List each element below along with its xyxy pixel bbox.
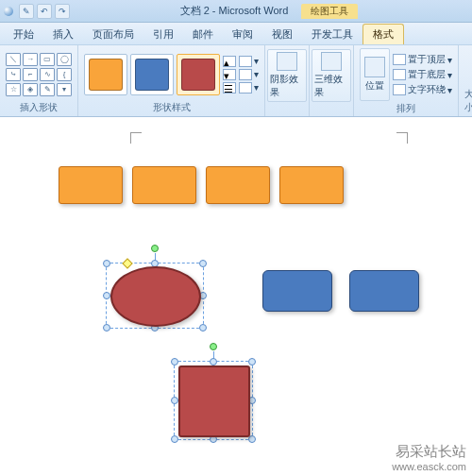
margin-corner-tl [130,132,142,144]
tab-developer[interactable]: 开发工具 [302,25,362,44]
resize-handle[interactable] [103,260,110,267]
group-label-arrange: 排列 [360,101,452,116]
resize-handle[interactable] [171,358,178,366]
connector-icon[interactable]: ⤷ [6,68,21,81]
tab-view[interactable]: 视图 [262,25,302,44]
resize-handle[interactable] [103,292,110,299]
style-preset-2[interactable] [130,54,174,95]
change-shape-icon [239,82,252,94]
group-arrange: 位置 置于顶层 ▾ 置于底层 ▾ 文字环绕 ▾ 排列 [354,45,459,116]
rotate-handle-icon[interactable] [151,245,159,252]
group-label-insert-shape: 插入形状 [6,100,72,115]
watermark: 易采站长站www.easck.com [392,443,466,472]
undo-icon[interactable]: ↶ [37,4,52,19]
back-icon [393,69,406,80]
shadow-effects-button[interactable]: 阴影效果 [267,49,307,102]
tab-format[interactable]: 格式 [362,24,404,44]
ribbon: ＼ → ▭ ◯ ⤷ ⌐ ∿ { ☆ ◈ ✎ ▾ 插入形状 ▴ ▾ [0,45,472,117]
shape-ellipse-red[interactable] [110,266,201,327]
tab-page-layout[interactable]: 页面布局 [83,25,143,44]
3d-effects-button[interactable]: 三维效果 [312,49,351,102]
save-icon[interactable]: ✎ [19,4,34,19]
resize-handle[interactable] [171,435,178,443]
fill-icon [239,56,252,67]
resize-handle[interactable] [210,358,217,366]
group-shape-styles: ▴ ▾ ☰ ▾ ▾ ▾ 形状样式 [78,45,265,116]
selection-ellipse[interactable] [106,263,204,329]
resize-handle[interactable] [248,435,256,443]
title-bar: ✎ ↶ ↷ 文档 2 - Microsoft Word 绘图工具 [0,0,472,23]
send-to-back-button[interactable]: 置于底层 ▾ [393,68,452,81]
shape-gallery[interactable]: ＼ → ▭ ◯ ⤷ ⌐ ∿ { ☆ ◈ ✎ ▾ [6,53,72,96]
rotate-handle-icon[interactable] [210,343,217,350]
resize-handle[interactable] [171,397,178,404]
tab-references[interactable]: 引用 [143,25,183,44]
group-label-size: 大小 [464,87,472,115]
rect-icon[interactable]: ▭ [40,53,55,66]
redo-icon[interactable]: ↷ [55,4,70,19]
callout-icon[interactable]: ◈ [23,83,38,96]
group-3d: 三维效果 [310,45,354,116]
change-shape-button[interactable]: ▾ [239,82,259,94]
bring-to-front-button[interactable]: 置于顶层 ▾ [393,53,452,66]
resize-handle[interactable] [248,358,256,366]
shape-rect-orange-3[interactable] [206,166,270,204]
window-title: 文档 2 - Microsoft Word 绘图工具 [70,4,468,19]
star-icon[interactable]: ☆ [6,83,21,96]
line-icon[interactable]: ＼ [6,53,21,66]
more-styles-icon[interactable]: ☰ [223,82,236,94]
position-icon [364,57,385,77]
group-label-shape-styles: 形状样式 [84,100,259,115]
tab-review[interactable]: 审阅 [223,25,262,44]
style-scroll[interactable]: ▴ ▾ ☰ [223,56,236,94]
group-label-shadow [267,103,307,115]
context-tab-header: 绘图工具 [301,4,358,19]
tab-insert[interactable]: 插入 [43,25,83,44]
3d-icon [321,52,342,71]
arrow-icon[interactable]: → [23,53,38,66]
scroll-down-icon[interactable]: ▾ [223,69,236,80]
office-orb-icon[interactable] [4,7,13,16]
style-preset-3-selected[interactable] [177,54,220,95]
outline-icon [239,69,252,80]
margin-corner-tr [396,132,408,144]
curve-icon[interactable]: ∿ [40,68,55,81]
group-insert-shape: ＼ → ▭ ◯ ⤷ ⌐ ∿ { ☆ ◈ ✎ ▾ 插入形状 [0,45,78,116]
shape-fill-button[interactable]: ▾ [239,56,259,67]
position-button[interactable]: 位置 [360,48,390,101]
quick-access-toolbar: ✎ ↶ ↷ [19,4,70,19]
group-label-3d [312,103,351,115]
brace-icon[interactable]: { [57,68,72,81]
freeform-icon[interactable]: ✎ [40,83,55,96]
wrap-icon [393,84,406,95]
group-shadow: 阴影效果 [265,45,310,116]
selection-square[interactable] [174,361,253,440]
scroll-up-icon[interactable]: ▴ [223,56,236,67]
shape-square-red[interactable] [178,366,250,437]
adjust-handle[interactable] [122,258,132,268]
style-preset-1[interactable] [84,54,127,95]
oval-icon[interactable]: ◯ [57,53,72,66]
resize-handle[interactable] [199,260,207,267]
ribbon-tabs: 开始 插入 页面布局 引用 邮件 审阅 视图 开发工具 格式 [0,23,472,45]
resize-handle[interactable] [103,324,110,332]
shape-roundrect-blue-2[interactable] [349,270,419,312]
more-shapes-icon[interactable]: ▾ [57,83,72,96]
elbow-icon[interactable]: ⌐ [23,68,38,81]
shape-roundrect-blue-1[interactable] [262,270,332,312]
resize-handle[interactable] [199,324,207,332]
document-canvas[interactable]: 易采站长站www.easck.com [0,117,472,476]
front-icon [393,54,406,65]
text-wrap-button[interactable]: 文字环绕 ▾ [393,83,452,96]
shape-outline-button[interactable]: ▾ [239,69,259,80]
tab-home[interactable]: 开始 [4,25,43,44]
shadow-icon [277,52,297,71]
shape-rect-orange-1[interactable] [59,166,123,204]
shape-rect-orange-4[interactable] [279,166,344,204]
group-size: 大小 [459,45,472,116]
tab-mailings[interactable]: 邮件 [183,25,223,44]
shape-rect-orange-2[interactable] [132,166,196,204]
